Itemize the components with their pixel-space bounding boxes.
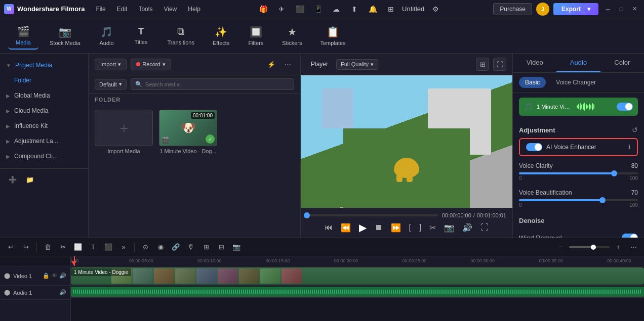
bell-icon[interactable]: 🔔 (366, 2, 380, 16)
default-sort-button[interactable]: Default ▾ (95, 79, 127, 89)
more-tools-icon[interactable]: » (117, 241, 130, 254)
cut-icon[interactable]: ✂ (56, 241, 69, 254)
playhead[interactable] (74, 256, 75, 266)
record-icon[interactable]: ⬛ (293, 2, 307, 16)
tab-video[interactable]: Video (513, 54, 556, 72)
menu-help[interactable]: Help (183, 4, 206, 15)
progress-thumb[interactable] (304, 212, 310, 218)
sidebar-item-influence-kit[interactable]: ▶ Influence Kit (0, 118, 88, 133)
redo-icon[interactable]: ↪ (19, 241, 32, 254)
purchase-button[interactable]: Purchase (493, 3, 532, 15)
crop-icon[interactable]: ⬛ (102, 241, 115, 254)
multicam-icon[interactable]: 📷 (230, 241, 243, 254)
clip-thumb[interactable]: 🐶 00:01:00 🎬 ✓ (159, 110, 217, 146)
tool-media[interactable]: 🎬 Media (8, 22, 38, 50)
tool-titles[interactable]: T Titles (126, 23, 156, 48)
tab-voice-changer[interactable]: Voice Changer (550, 77, 602, 88)
speaker-icon[interactable]: 🔊 (59, 272, 66, 279)
more-options-icon[interactable]: ⋯ (281, 58, 294, 71)
volume-icon[interactable]: 🔊 (462, 223, 472, 233)
sidebar-item-folder[interactable]: Folder (0, 73, 88, 88)
timeline-tracks[interactable]: 00:00 00:00:05:00 00:00:10:00 00:00:15:0… (71, 256, 644, 321)
ai-enhancer-toggle[interactable] (526, 143, 542, 151)
lock-icon[interactable]: 🔒 (43, 272, 50, 279)
tool-audio[interactable]: 🎵 Audio (92, 23, 122, 49)
info-icon[interactable]: ℹ (628, 144, 631, 151)
delete-icon[interactable]: 🗑 (41, 241, 54, 254)
mic-icon[interactable]: 🎙 (184, 241, 197, 254)
upload-icon[interactable]: ⬆ (347, 2, 361, 16)
clip-toggle[interactable] (617, 103, 633, 111)
tool-stickers[interactable]: ★ Stickers (275, 23, 309, 49)
cloud-icon[interactable]: ☁ (329, 2, 343, 16)
audio-clip-track[interactable] (71, 287, 644, 297)
zoom-in-icon[interactable]: + (612, 241, 625, 254)
stop-icon[interactable]: ⏹ (375, 223, 383, 232)
undo-icon[interactable]: ↩ (4, 241, 17, 254)
maximize-button[interactable]: □ (616, 4, 627, 15)
fullscreen2-icon[interactable]: ⛶ (480, 223, 489, 232)
play-button[interactable]: ▶ (359, 221, 367, 234)
mark-out-icon[interactable]: ] (419, 223, 421, 232)
menu-view[interactable]: View (158, 4, 182, 15)
tab-audio[interactable]: Audio (556, 54, 600, 72)
phone-icon[interactable]: 📱 (311, 2, 325, 16)
user-avatar[interactable]: J (536, 3, 549, 16)
frame-forward-icon[interactable]: ⏩ (391, 223, 401, 233)
zoom-out-icon[interactable]: − (554, 241, 567, 254)
text-icon[interactable]: T (87, 241, 100, 254)
record-button[interactable]: Record ▾ (131, 59, 171, 70)
close-button[interactable]: ✕ (629, 4, 640, 15)
export-caret[interactable]: ▾ (584, 6, 590, 13)
gift-icon[interactable]: 🎁 (256, 2, 270, 16)
split-icon[interactable]: ✂ (429, 223, 436, 233)
list-item[interactable]: ＋ Import Media (95, 110, 153, 154)
progress-track[interactable] (307, 214, 438, 216)
filter-icon[interactable]: ⚡ (265, 58, 278, 71)
snapshot-icon[interactable]: 📷 (444, 223, 454, 233)
video-clip[interactable]: 1 Minute Video - Doggie (71, 267, 644, 285)
mark-in-icon[interactable]: [ (409, 223, 411, 232)
voice-clarity-slider[interactable] (519, 172, 638, 174)
eye-icon[interactable]: 👁 (52, 272, 57, 279)
tool-filters[interactable]: 🔲 Filters (240, 23, 271, 49)
search-box[interactable]: 🔍 (131, 78, 294, 90)
audio-speaker-icon[interactable]: 🔊 (59, 289, 66, 296)
tool-templates[interactable]: 📋 Templates (313, 23, 352, 49)
zoom-slider[interactable] (569, 246, 610, 248)
sidebar-item-cloud-media[interactable]: ▶ Cloud Media (0, 103, 88, 118)
sidebar-item-adjustment[interactable]: ▶ Adjustment La... (0, 133, 88, 149)
sidebar-item-project-media[interactable]: ▼ Project Media (0, 58, 88, 73)
quality-selector[interactable]: Full Quality ▾ (336, 59, 378, 70)
fullscreen-icon[interactable]: ⛶ (493, 58, 506, 71)
folder-icon[interactable]: 📁 (23, 173, 36, 186)
audio-track[interactable] (71, 286, 644, 298)
split-track-icon[interactable]: ⊞ (199, 241, 213, 254)
sidebar-item-global-media[interactable]: ▶ Global Media (0, 88, 88, 103)
share-icon[interactable]: ✈ (274, 2, 289, 16)
sidebar-item-compound[interactable]: ▶ Compound Cli... (0, 149, 88, 164)
wind-removal-toggle[interactable] (622, 234, 638, 238)
voice-beautification-slider[interactable] (519, 199, 638, 201)
menu-edit[interactable]: Edit (112, 4, 133, 15)
menu-tools[interactable]: Tools (133, 4, 157, 15)
grid-view-icon[interactable]: ⊞ (476, 58, 489, 71)
ripple-icon[interactable]: ⊙ (139, 241, 152, 254)
import-media-thumb[interactable]: ＋ (95, 110, 153, 146)
import-button[interactable]: Import ▾ (95, 59, 127, 70)
merge-icon[interactable]: ⊟ (215, 241, 228, 254)
grid-icon[interactable]: ⊞ (384, 2, 398, 16)
list-item[interactable]: 🐶 00:01:00 🎬 ✓ 1 Minute Video - Dog... (159, 110, 217, 154)
export-button[interactable]: Export ▾ (553, 3, 598, 15)
tool-effects[interactable]: ✨ Effects (206, 23, 236, 49)
skip-back-icon[interactable]: ⏮ (325, 223, 333, 232)
minimize-button[interactable]: ─ (602, 4, 614, 15)
tool-transitions[interactable]: ⧉ Transitions (160, 23, 202, 49)
add-track-icon[interactable]: ➕ (6, 173, 19, 186)
link-icon[interactable]: 🔗 (169, 241, 182, 254)
video-track[interactable]: 1 Minute Video - Doggie (71, 266, 644, 286)
tab-basic[interactable]: Basic (519, 77, 546, 88)
snap-icon[interactable]: ◉ (154, 241, 167, 254)
tab-color[interactable]: Color (600, 54, 644, 72)
reset-icon[interactable]: ↺ (632, 126, 638, 134)
